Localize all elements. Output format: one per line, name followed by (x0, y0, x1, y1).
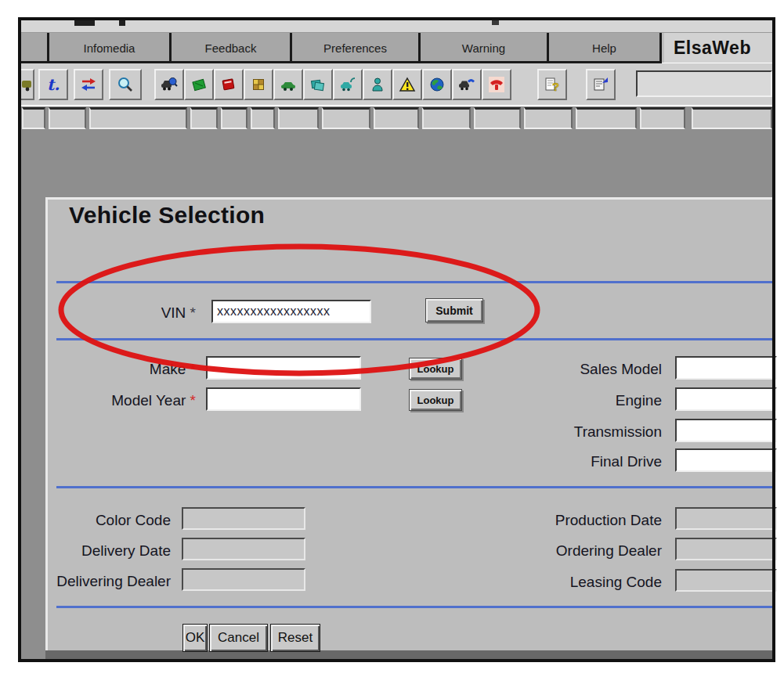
toolbar-button-telematics[interactable] (333, 69, 363, 100)
blank-tab-button[interactable] (576, 107, 637, 129)
toolbar-address-field[interactable] (636, 70, 772, 97)
app-logo-text: ElsaWeb (664, 38, 751, 59)
t-letter-icon: t. (47, 77, 60, 92)
model-year-label: Model Year * (78, 391, 196, 411)
delivering-dealer-label: Delivering Dealer (31, 571, 171, 592)
help-doc-icon: ? (544, 76, 561, 93)
color-code-input (182, 507, 305, 530)
submit-button[interactable]: Submit (425, 298, 483, 322)
sales-model-input[interactable] (675, 356, 777, 380)
elsaweb-window: Infomedia Feedback Preferences Warning H… (0, 0, 784, 677)
car-green-icon (280, 76, 297, 93)
toolbar-button-properties[interactable] (586, 69, 616, 100)
blank-tab-button[interactable] (422, 107, 471, 129)
tab-label: Feedback (205, 41, 257, 55)
vin-label: VIN * (78, 303, 196, 323)
parts-grid-icon (250, 76, 267, 93)
sales-model-label: Sales Model (505, 359, 662, 380)
reset-button[interactable]: Reset (270, 624, 320, 652)
toolbar-button-vehicle-data[interactable] (273, 69, 303, 100)
tab-help[interactable]: Help (547, 33, 662, 63)
blank-tab-button[interactable] (524, 107, 573, 129)
car-phone-icon (458, 76, 475, 93)
tab-preferences[interactable]: Preferences (290, 33, 418, 63)
transmission-label: Transmission (505, 422, 662, 442)
toolbar-button-parts[interactable] (244, 69, 273, 100)
model-year-lookup-button[interactable]: Lookup (409, 389, 462, 411)
properties-doc-icon (592, 76, 609, 93)
delivery-date-input (182, 538, 305, 560)
toolbar-button-search[interactable] (109, 69, 142, 100)
toolbar-button-manual-green[interactable] (184, 69, 214, 100)
blank-tab-button[interactable] (474, 107, 521, 129)
blank-tab-button[interactable] (221, 107, 247, 129)
swap-arrows-icon (80, 76, 97, 93)
color-code-label: Color Code (31, 510, 171, 531)
manuals-teal-icon (309, 76, 327, 93)
make-input[interactable] (206, 356, 361, 380)
production-date-input (675, 507, 777, 530)
partial-icon (22, 76, 33, 93)
production-date-label: Production Date (493, 510, 662, 531)
blank-tab-button[interactable] (49, 107, 86, 129)
make-lookup-button[interactable]: Lookup (409, 358, 462, 380)
magnifier-icon (117, 76, 134, 93)
leasing-code-input (675, 569, 777, 592)
final-drive-input[interactable] (675, 448, 777, 472)
tab-label: Infomedia (84, 41, 135, 55)
blank-tab-button[interactable] (251, 107, 275, 129)
phone-red-icon (488, 76, 505, 93)
blank-tab-button[interactable] (322, 107, 370, 129)
tab-label: Preferences (323, 41, 387, 55)
blank-tab-button[interactable] (89, 107, 187, 129)
toolbar-button-swap[interactable] (74, 69, 103, 100)
required-marker: * (190, 304, 196, 321)
tab-feedback[interactable]: Feedback (169, 33, 290, 63)
toolbar-button-partial[interactable] (21, 69, 34, 100)
final-drive-label: Final Drive (505, 452, 662, 472)
toolbar-button-customer[interactable] (363, 69, 392, 100)
toolbar-button-manual-red[interactable] (214, 69, 244, 100)
blank-tab-button[interactable] (374, 107, 419, 129)
delivering-dealer-input (182, 568, 305, 591)
brand-area: ElsaWeb (664, 33, 772, 63)
ordering-dealer-input (675, 538, 777, 560)
car-satellite-teal-icon (339, 76, 356, 93)
toolbar-button-warning[interactable] (392, 69, 422, 100)
tab-warning[interactable]: Warning (418, 33, 547, 63)
tab-label: Warning (462, 41, 505, 55)
separator-line (56, 486, 772, 488)
leasing-code-label: Leasing Code (493, 572, 662, 592)
vin-input[interactable] (211, 300, 371, 323)
engine-input[interactable] (675, 387, 777, 411)
toolbar-button-help[interactable]: ? (537, 69, 567, 100)
separator-line (56, 606, 772, 608)
transmission-input[interactable] (675, 419, 777, 442)
toolbar-button-hotline[interactable] (482, 69, 511, 100)
separator-line (56, 338, 772, 340)
blank-tab-button[interactable] (22, 107, 45, 129)
blank-tab-button[interactable] (278, 107, 319, 129)
globe-icon (428, 76, 446, 93)
ordering-dealer-label: Ordering Dealer (493, 541, 662, 561)
toolbar-button-t[interactable]: t. (38, 69, 68, 100)
toolbar-button-vehicle-contact[interactable] (452, 69, 482, 100)
required-marker: * (190, 392, 196, 409)
tab-stub[interactable] (21, 33, 47, 63)
top-strip-mark (74, 20, 95, 26)
page-title: Vehicle Selection (69, 202, 265, 229)
blank-tab-button[interactable] (190, 107, 218, 129)
person-teal-icon (369, 76, 386, 93)
toolbar-button-web[interactable] (422, 69, 452, 100)
cancel-button[interactable]: Cancel (209, 624, 268, 652)
required-marker: * (190, 361, 196, 377)
model-year-input[interactable] (206, 387, 361, 411)
ok-button[interactable]: OK (182, 624, 208, 652)
blank-tab-button[interactable] (640, 107, 685, 129)
tab-infomedia[interactable]: Infomedia (47, 33, 169, 63)
svg-text:?: ? (552, 80, 559, 93)
toolbar-button-vehicle-search[interactable] (154, 69, 184, 100)
toolbar-button-manuals[interactable] (303, 69, 333, 100)
blank-tab-button[interactable] (692, 107, 772, 129)
window-top-strip (21, 20, 772, 33)
